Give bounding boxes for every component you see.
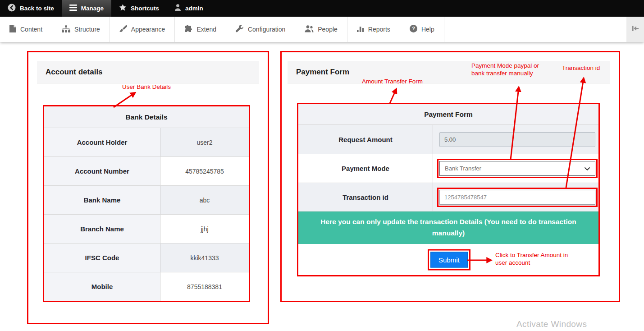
menu-item-configuration[interactable]: Configuration bbox=[226, 17, 295, 42]
annotation-transaction-id: Transaction id bbox=[562, 64, 600, 72]
orientation-toggle-icon bbox=[631, 25, 640, 33]
paintbrush-icon bbox=[119, 25, 127, 34]
people-icon bbox=[305, 25, 314, 34]
table-row: IFSC Code kkik41333 bbox=[44, 243, 249, 272]
payment-form-title: Payment Form bbox=[296, 68, 349, 77]
activate-windows-watermark: Activate Windows bbox=[516, 319, 587, 329]
hamburger-icon bbox=[69, 5, 77, 12]
menu-label: People bbox=[318, 26, 338, 33]
annotation-user-bank-details: User Bank Details bbox=[122, 83, 171, 91]
bank-details-table: Bank Details Account Holder user2 Accoun… bbox=[43, 105, 250, 302]
manage-tab[interactable]: Manage bbox=[62, 0, 111, 17]
menu-item-help[interactable]: ? Help bbox=[400, 17, 444, 42]
admin-menu-bar: Content Structure Appearance Extend Conf… bbox=[0, 17, 644, 42]
request-amount-input[interactable] bbox=[439, 132, 595, 147]
shortcuts-tab[interactable]: Shortcuts bbox=[111, 0, 167, 17]
user-icon bbox=[174, 4, 181, 13]
menu-label: Structure bbox=[74, 26, 100, 33]
account-details-header: Account details bbox=[37, 61, 259, 83]
admin-user-label: admin bbox=[185, 5, 203, 12]
account-details-title: Account details bbox=[46, 68, 103, 77]
account-details-panel: Account details Bank Details Account Hol… bbox=[27, 51, 269, 324]
shortcuts-label: Shortcuts bbox=[131, 5, 159, 12]
payment-form-table-header: Payment Form bbox=[298, 104, 598, 124]
table-row: Mobile 8755188381 bbox=[44, 272, 249, 301]
menu-label: Appearance bbox=[131, 26, 165, 33]
wrench-icon bbox=[236, 25, 244, 34]
bank-details-table-header: Bank Details bbox=[44, 106, 249, 128]
menu-label: Configuration bbox=[248, 26, 285, 33]
menu-item-structure[interactable]: Structure bbox=[52, 17, 110, 42]
star-icon bbox=[119, 4, 127, 13]
table-row: Account Number 45785245785 bbox=[44, 156, 249, 185]
menu-item-reports[interactable]: Reports bbox=[347, 17, 400, 42]
back-to-site-label: Back to site bbox=[20, 5, 54, 12]
transaction-notice-banner: Here you can only update the transaction… bbox=[298, 211, 598, 244]
transaction-id-input[interactable] bbox=[439, 190, 595, 205]
bar-chart-icon bbox=[357, 25, 364, 34]
menu-label: Extend bbox=[196, 26, 216, 33]
chevron-down-icon bbox=[585, 165, 590, 172]
table-row: Account Holder user2 bbox=[44, 128, 249, 156]
annotation-amount-transfer-form: Amount Transfer Form bbox=[362, 78, 423, 86]
request-amount-row: Request Amount bbox=[298, 124, 598, 154]
screen: Back to site Manage Shortcuts admin Cont… bbox=[0, 0, 644, 331]
submit-button[interactable]: Submit bbox=[430, 252, 468, 267]
manage-label: Manage bbox=[81, 5, 104, 12]
menu-item-content[interactable]: Content bbox=[0, 17, 52, 42]
payment-form-table: Payment Form Request Amount Payment Mode… bbox=[297, 103, 600, 276]
admin-toolbar: Back to site Manage Shortcuts admin bbox=[0, 0, 644, 17]
payment-mode-row: Payment Mode Bank Transfer bbox=[298, 154, 598, 183]
svg-text:?: ? bbox=[412, 26, 415, 31]
help-icon: ? bbox=[410, 25, 417, 34]
payment-form-header: Payment Form bbox=[288, 61, 610, 83]
annotation-submit: Click to Transfer Amount in user account bbox=[495, 252, 580, 267]
payment-mode-selected-value: Bank Transfer bbox=[445, 165, 481, 172]
payment-mode-select[interactable]: Bank Transfer bbox=[439, 161, 595, 176]
document-icon bbox=[9, 25, 16, 34]
back-to-site-button[interactable]: Back to site bbox=[0, 0, 62, 17]
sitemap-icon bbox=[62, 25, 70, 34]
admin-user-tab[interactable]: admin bbox=[167, 0, 211, 17]
table-row: Bank Name abc bbox=[44, 185, 249, 214]
menu-item-people[interactable]: People bbox=[295, 17, 347, 42]
menu-item-extend[interactable]: Extend bbox=[175, 17, 226, 42]
table-row: Branch Name jjhj bbox=[44, 214, 249, 243]
menu-label: Reports bbox=[368, 26, 390, 33]
transaction-id-row: Transaction id bbox=[298, 183, 598, 211]
annotation-payment-mode: Payment Mode paypal or bank transfer man… bbox=[471, 62, 549, 78]
puzzle-icon bbox=[184, 25, 192, 34]
menu-label: Content bbox=[20, 26, 42, 33]
toolbar-orientation-toggle[interactable] bbox=[626, 17, 644, 42]
menu-item-appearance[interactable]: Appearance bbox=[110, 17, 175, 42]
back-icon bbox=[8, 4, 16, 13]
menu-label: Help bbox=[421, 26, 434, 33]
